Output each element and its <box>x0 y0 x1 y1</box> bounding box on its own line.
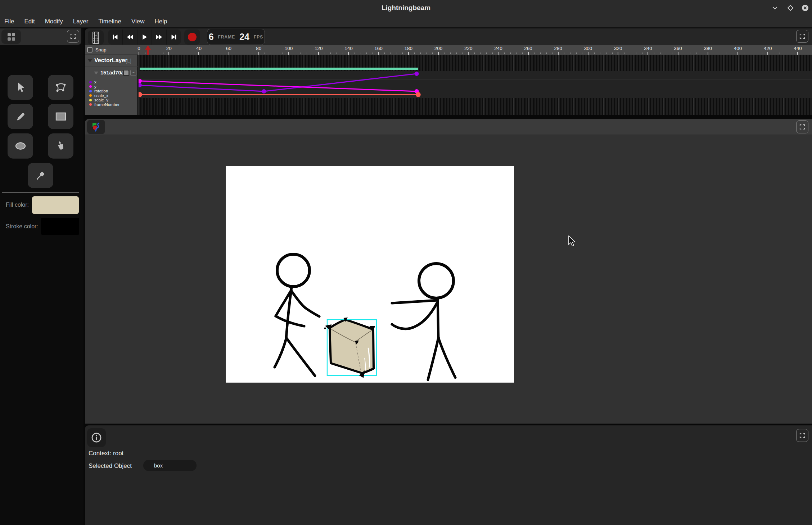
ruler-tick-major <box>229 52 229 55</box>
fill-color-swatch[interactable] <box>32 196 79 214</box>
ruler-track[interactable]: 0204060801001201401601802002202402602803… <box>138 45 812 55</box>
selected-object-label: Selected Object <box>89 462 132 470</box>
info-icon <box>91 432 102 443</box>
ruler-tick-major <box>737 52 738 55</box>
ruler-tick-minor <box>253 52 253 54</box>
ruler-tick-major <box>618 52 618 55</box>
property-row-frameNumber[interactable]: frameNumber <box>89 102 119 107</box>
ruler-tick-minor <box>337 52 337 54</box>
keyframe-x-83[interactable] <box>262 89 266 93</box>
snap-checkbox[interactable] <box>87 47 93 52</box>
rewind-button[interactable] <box>123 29 137 45</box>
property-row-y[interactable]: y <box>89 85 119 89</box>
menu-bar: FileEditModifyLayerTimelineViewHelp <box>0 16 812 28</box>
track-area[interactable] <box>139 55 812 115</box>
paint-bucket-tool-button[interactable] <box>48 133 73 159</box>
layer-collapse-triangle-icon[interactable] <box>88 59 92 62</box>
stroke-color-swatch[interactable] <box>41 218 79 235</box>
keyframe-y-0[interactable] <box>139 79 142 83</box>
ruler-label-240: 240 <box>494 46 502 51</box>
ruler-tick-minor <box>552 52 552 54</box>
property-color-dot <box>89 90 92 92</box>
ruler-tick-minor <box>744 52 744 54</box>
skip-to-end-button[interactable] <box>167 29 181 45</box>
ellipse-tool-button[interactable] <box>8 133 33 159</box>
record-button[interactable] <box>184 29 200 45</box>
select-tool-button[interactable] <box>8 75 33 100</box>
ruler-tick-major <box>438 52 439 55</box>
layer-swatch-button[interactable] <box>123 70 129 76</box>
transform-icon <box>55 82 67 93</box>
tool-panel-expand-button[interactable] <box>67 30 79 43</box>
film-button[interactable] <box>88 30 104 45</box>
menu-file[interactable]: File <box>0 16 19 27</box>
play-button[interactable] <box>137 29 152 45</box>
property-row-rotation[interactable]: rotation <box>89 89 119 93</box>
menu-modify[interactable]: Modify <box>40 16 68 27</box>
keyframe-x-185[interactable] <box>415 72 419 76</box>
ruler-label-60: 60 <box>226 46 231 51</box>
frame-fps-display[interactable]: 6 FRAME 24 FPS <box>207 29 265 45</box>
ruler-tick-minor <box>463 52 463 54</box>
ruler-tick-minor <box>720 52 720 54</box>
inspector-expand-button[interactable] <box>796 429 808 442</box>
selected-box-object[interactable] <box>324 318 377 378</box>
fast-forward-button[interactable] <box>152 29 167 45</box>
ruler-tick-minor <box>181 52 181 54</box>
sublayer-collapse-triangle-icon[interactable] <box>94 72 98 74</box>
layer-row-object[interactable]: 151ad70a... ~ <box>85 67 138 79</box>
ruler-tick-minor <box>570 52 570 54</box>
layer-modifier-button[interactable]: ~ <box>130 70 136 76</box>
menu-layer[interactable]: Layer <box>68 16 94 27</box>
skip-to-start-button[interactable] <box>108 29 123 45</box>
record-icon <box>187 32 197 42</box>
timeline-expand-button[interactable] <box>796 30 808 43</box>
info-button[interactable] <box>87 428 106 447</box>
eyedropper-tool-button[interactable] <box>28 163 53 188</box>
property-label: rotation <box>94 89 108 93</box>
tool-grid-button[interactable] <box>1 29 21 44</box>
rectangle-tool-button[interactable] <box>48 104 73 129</box>
selected-object-field[interactable]: box <box>143 460 197 471</box>
stick-figure-right[interactable] <box>392 264 455 380</box>
transform-tool-button[interactable] <box>48 75 73 100</box>
ruler-label-340: 340 <box>644 46 652 51</box>
keyframe-x-0[interactable] <box>139 83 142 87</box>
canvas-expand-button[interactable] <box>796 120 808 133</box>
property-row-scale_x[interactable]: scale_x <box>89 93 119 98</box>
menu-timeline[interactable]: Timeline <box>93 16 126 27</box>
ruler-tick-minor <box>774 52 774 54</box>
ruler-label-400: 400 <box>734 46 742 51</box>
ruler-tick-minor <box>384 52 385 54</box>
keyframe-frameNumber-0[interactable] <box>139 92 142 97</box>
menu-help[interactable]: Help <box>149 16 172 27</box>
menu-view[interactable]: View <box>126 16 150 27</box>
menu-edit[interactable]: Edit <box>19 16 40 27</box>
vector-graphics-button[interactable] <box>87 120 105 134</box>
property-row-x[interactable]: x <box>89 80 119 85</box>
ruler-label-420: 420 <box>764 46 772 51</box>
ruler-label-140: 140 <box>344 46 353 51</box>
maximize-icon[interactable] <box>786 3 795 13</box>
frame-label: FRAME <box>218 35 235 40</box>
ruler-tick-minor <box>307 52 307 54</box>
keyframe-frameNumber-186[interactable] <box>416 92 421 97</box>
stage[interactable] <box>226 166 514 383</box>
layer-row-vectorlayer[interactable]: VectorLayer [L] <box>85 55 138 67</box>
minimize-icon[interactable] <box>770 3 780 13</box>
close-icon[interactable] <box>800 3 810 13</box>
property-label: scale_x <box>94 93 108 98</box>
pencil-tool-button[interactable] <box>8 104 33 129</box>
stick-figure-left[interactable] <box>275 254 319 376</box>
ellipse-icon <box>15 142 26 150</box>
ruler-tick-minor <box>480 52 481 54</box>
ruler-tick-minor <box>780 52 780 54</box>
ruler-label-200: 200 <box>434 46 443 51</box>
ruler-tick-minor <box>217 52 217 54</box>
property-row-scale_y[interactable]: scale_y <box>89 98 119 102</box>
ruler-tick-major <box>468 52 469 55</box>
ruler-tick-major <box>168 52 169 55</box>
layer-badge: [L] <box>126 58 131 64</box>
clip-duration-bar[interactable] <box>140 68 418 70</box>
ruler-tick-minor <box>672 52 672 54</box>
